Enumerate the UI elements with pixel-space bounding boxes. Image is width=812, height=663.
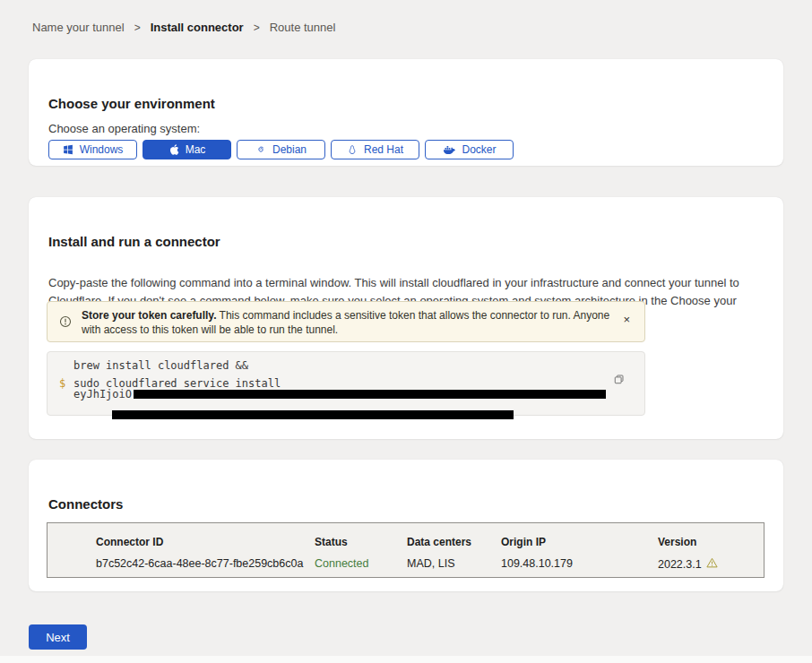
code-line-1: brew install cloudflared && — [73, 359, 248, 372]
warning-triangle-icon — [706, 557, 718, 571]
copy-icon[interactable] — [613, 374, 625, 388]
connector-id-column: Connector ID b7c52c42-6caa-48ee-8c77-fbe… — [96, 536, 303, 570]
code-prompt: $ — [59, 377, 65, 390]
os-button-label: Red Hat — [364, 143, 403, 156]
os-button-debian[interactable]: Debian — [237, 140, 325, 159]
version-number: 2022.3.1 — [658, 558, 702, 571]
token-warning-text: Store your token carefully. This command… — [82, 308, 626, 337]
origin-ip-value: 109.48.10.179 — [501, 557, 573, 570]
status-column: Status Connected — [315, 536, 368, 570]
version-header: Version — [658, 536, 718, 548]
os-button-label: Docker — [462, 143, 496, 156]
version-value: 2022.3.1 — [658, 557, 718, 571]
environment-card: Choose your environment Choose an operat… — [29, 59, 783, 166]
os-button-windows[interactable]: Windows — [48, 140, 137, 159]
breadcrumb-step-route-tunnel[interactable]: Route tunnel — [270, 21, 336, 34]
status-badge: Connected — [315, 557, 368, 570]
debian-icon — [255, 144, 266, 155]
breadcrumb: Name your tunnel > Install connector > R… — [32, 21, 335, 34]
os-button-mac[interactable]: Mac — [143, 140, 231, 159]
breadcrumb-step-install-connector[interactable]: Install connector — [151, 21, 244, 34]
origin-ip-column: Origin IP 109.48.10.179 — [501, 536, 573, 570]
apple-icon — [168, 143, 179, 156]
os-button-label: Windows — [80, 143, 124, 156]
connectors-table: Connector ID b7c52c42-6caa-48ee-8c77-fbe… — [47, 522, 764, 578]
origin-ip-header: Origin IP — [501, 536, 573, 548]
code-block: brew install cloudflared && $ sudo cloud… — [47, 351, 645, 416]
os-button-group: Windows Mac Debian Red Hat Docker — [48, 140, 514, 159]
next-button[interactable]: Next — [29, 624, 87, 650]
docker-icon — [442, 144, 455, 155]
bottom-strip — [0, 656, 812, 663]
status-header: Status — [315, 536, 368, 548]
data-centers-header: Data centers — [407, 536, 471, 548]
breadcrumb-step-name-your-tunnel[interactable]: Name your tunnel — [32, 21, 125, 34]
version-column: Version 2022.3.1 — [658, 536, 718, 571]
os-button-docker[interactable]: Docker — [425, 140, 514, 159]
close-icon[interactable]: × — [619, 314, 634, 325]
redacted-token-bar-2 — [112, 410, 514, 419]
os-button-redhat[interactable]: Red Hat — [331, 140, 419, 159]
environment-card-title: Choose your environment — [48, 96, 215, 111]
code-line-token-2 — [73, 397, 514, 435]
token-warning-banner: Store your token carefully. This command… — [47, 301, 645, 342]
connector-id-header: Connector ID — [96, 536, 303, 548]
connectors-card-title: Connectors — [48, 496, 123, 512]
data-centers-column: Data centers MAD, LIS — [407, 536, 471, 570]
breadcrumb-separator-icon: > — [134, 22, 141, 34]
os-select-label: Choose an operating system: — [48, 122, 200, 135]
windows-icon — [63, 144, 73, 155]
redhat-icon — [347, 144, 358, 156]
data-centers-value: MAD, LIS — [407, 557, 471, 570]
install-connector-card: Install and run a connector Copy-paste t… — [29, 197, 783, 439]
os-button-label: Mac — [186, 143, 206, 156]
connectors-card: Connectors Connector ID b7c52c42-6caa-48… — [29, 460, 783, 591]
os-button-label: Debian — [272, 143, 307, 156]
connector-id-value: b7c52c42-6caa-48ee-8c77-fbe259cb6c0a — [96, 557, 303, 570]
breadcrumb-separator-icon: > — [254, 22, 260, 34]
install-card-title: Install and run a connector — [48, 234, 220, 249]
token-warning-title: Store your token carefully. — [82, 309, 217, 322]
alert-circle-icon — [59, 315, 72, 332]
